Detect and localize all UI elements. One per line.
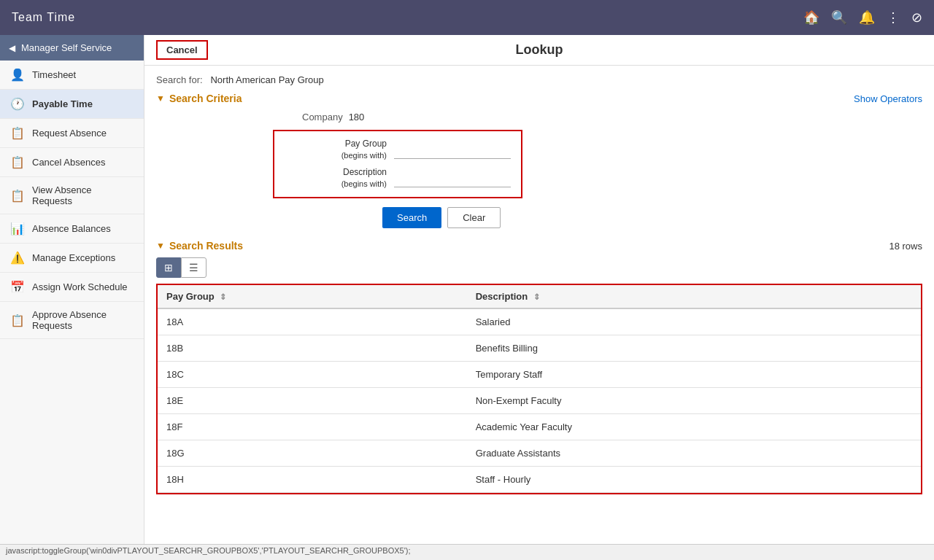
description-input[interactable]: [394, 170, 511, 187]
search-for-value: North American Pay Group: [210, 74, 323, 85]
pay-group-label: Pay Group(begins with): [285, 139, 387, 161]
search-button[interactable]: Search: [382, 207, 441, 228]
sidebar-item-label: View Absence Requests: [32, 184, 134, 206]
results-triangle-icon: ▼: [156, 241, 165, 251]
sidebar-item-cancel-absences[interactable]: 📋 Cancel Absences: [0, 148, 144, 177]
modal-title: Lookup: [516, 42, 563, 58]
sidebar-item-absence-balances[interactable]: 📊 Absence Balances: [0, 214, 144, 244]
description-cell: Graduate Assistants: [467, 440, 921, 467]
table-row[interactable]: 18FAcademic Year Faculty: [158, 414, 921, 440]
timesheet-icon: 👤: [10, 68, 25, 82]
pay-group-cell: 18A: [158, 308, 467, 335]
sidebar-arrow-icon: ◀: [9, 43, 15, 53]
pay-group-cell: 18F: [158, 414, 467, 440]
description-sort-icon: ⇕: [533, 292, 540, 301]
search-for-label: Search for:: [156, 74, 203, 85]
home-icon[interactable]: 🏠: [803, 9, 819, 26]
more-icon[interactable]: ⋮: [887, 9, 900, 26]
pay-group-cell: 18C: [158, 362, 467, 388]
pay-group-cell: 18B: [158, 335, 467, 362]
pay-group-cell: 18E: [158, 388, 467, 414]
results-table-container: Pay Group ⇕ Description ⇕: [156, 284, 922, 494]
grid-view-button[interactable]: ⊞: [156, 257, 181, 278]
search-results-title[interactable]: ▼ Search Results: [156, 240, 243, 252]
payable-time-icon: 🕐: [10, 97, 25, 111]
results-table: Pay Group ⇕ Description ⇕: [158, 285, 921, 493]
top-bar-icons: 🏠 🔍 🔔 ⋮ ⊘: [803, 9, 922, 26]
view-absence-icon: 📋: [10, 189, 25, 203]
sidebar-item-assign-work-schedule[interactable]: 📅 Assign Work Schedule: [0, 273, 144, 302]
request-absence-icon: 📋: [10, 126, 25, 140]
table-row[interactable]: 18ENon-Exempt Faculty: [158, 388, 921, 414]
status-text: javascript:toggleGroup('win0divPTLAYOUT_…: [6, 546, 411, 555]
sidebar-item-manage-exceptions[interactable]: ⚠️ Manage Exceptions: [0, 244, 144, 273]
absence-balances-icon: 📊: [10, 222, 25, 236]
search-criteria-label: Search Criteria: [169, 93, 242, 104]
sidebar-item-payable-time[interactable]: 🕐 Payable Time: [0, 90, 144, 119]
description-cell: Benefits Billing: [467, 335, 921, 362]
description-cell: Salaried: [467, 308, 921, 335]
table-row[interactable]: 18ASalaried: [158, 308, 921, 335]
table-row[interactable]: 18GGraduate Assistants: [158, 440, 921, 467]
search-results-label: Search Results: [169, 240, 243, 252]
sidebar-item-timesheet[interactable]: 👤 Timesheet: [0, 61, 144, 90]
table-row[interactable]: 18CTemporary Staff: [158, 362, 921, 388]
description-col-label: Description: [476, 291, 528, 302]
content-area: Cancel Lookup Search for: North American…: [144, 35, 934, 544]
results-table-header: Pay Group ⇕ Description ⇕: [158, 285, 921, 308]
manage-exceptions-icon: ⚠️: [10, 251, 25, 265]
search-buttons: Search Clear: [382, 207, 922, 228]
pay-group-col-label: Pay Group: [166, 291, 215, 302]
main-layout: ◀ Manager Self Service 👤 Timesheet 🕐 Pay…: [0, 35, 934, 544]
results-section: ▼ Search Results 18 rows ⊞ ☰: [156, 240, 922, 494]
sidebar-item-label: Timesheet: [32, 69, 76, 80]
results-table-body: 18ASalaried18BBenefits Billing18CTempora…: [158, 308, 921, 493]
search-criteria-title[interactable]: ▼ Search Criteria: [156, 93, 242, 104]
search-for-line: Search for: North American Pay Group: [156, 74, 922, 85]
clear-button[interactable]: Clear: [447, 207, 501, 228]
sidebar-item-approve-absence-requests[interactable]: 📋 Approve Absence Requests: [0, 302, 144, 339]
search-criteria-section: ▼ Search Criteria Show Operators Company…: [156, 93, 922, 228]
sidebar-item-label: Cancel Absences: [32, 157, 105, 168]
sidebar-item-view-absence-requests[interactable]: 📋 View Absence Requests: [0, 177, 144, 214]
description-column-header[interactable]: Description ⇕: [467, 285, 921, 308]
search-fields-box: Pay Group(begins with) Description(begin…: [273, 130, 522, 198]
view-toggle: ⊞ ☰: [156, 257, 922, 278]
sidebar-item-label: Absence Balances: [32, 223, 111, 234]
modal-body: Search for: North American Pay Group ▼ S…: [144, 66, 934, 544]
sidebar-header-label: Manager Self Service: [21, 42, 112, 53]
top-bar-title: Team Time: [12, 11, 75, 24]
search-criteria-header: ▼ Search Criteria Show Operators: [156, 93, 922, 104]
sidebar-item-label: Payable Time: [32, 98, 93, 109]
top-bar: Team Time 🏠 🔍 🔔 ⋮ ⊘: [0, 0, 934, 35]
sidebar-item-label: Request Absence: [32, 128, 107, 139]
search-icon[interactable]: 🔍: [831, 9, 847, 26]
sidebar-item-request-absence[interactable]: 📋 Request Absence: [0, 119, 144, 148]
cancel-button[interactable]: Cancel: [156, 40, 208, 60]
sidebar-item-label: Manage Exceptions: [32, 252, 115, 263]
pay-group-field-row: Pay Group(begins with): [285, 139, 511, 161]
list-view-button[interactable]: ☰: [181, 257, 207, 278]
bell-icon[interactable]: 🔔: [859, 9, 875, 26]
description-cell: Non-Exempt Faculty: [467, 388, 921, 414]
table-row[interactable]: 18HStaff - Hourly: [158, 467, 921, 493]
pay-group-input[interactable]: [394, 141, 511, 159]
pay-group-cell: 18H: [158, 467, 467, 493]
sidebar: ◀ Manager Self Service 👤 Timesheet 🕐 Pay…: [0, 35, 144, 544]
sidebar-header[interactable]: ◀ Manager Self Service: [0, 35, 144, 61]
show-operators-link[interactable]: Show Operators: [854, 93, 922, 104]
sidebar-item-label: Assign Work Schedule: [32, 281, 128, 292]
results-header-row: ▼ Search Results 18 rows: [156, 240, 922, 252]
company-row: Company 180: [302, 112, 922, 122]
results-table-inner[interactable]: Pay Group ⇕ Description ⇕: [158, 285, 921, 493]
sidebar-item-label: Approve Absence Requests: [32, 309, 134, 331]
triangle-icon: ▼: [156, 93, 165, 104]
block-icon[interactable]: ⊘: [911, 9, 922, 26]
pay-group-cell: 18G: [158, 440, 467, 467]
description-cell: Academic Year Faculty: [467, 414, 921, 440]
description-cell: Temporary Staff: [467, 362, 921, 388]
table-row[interactable]: 18BBenefits Billing: [158, 335, 921, 362]
status-bar: javascript:toggleGroup('win0divPTLAYOUT_…: [0, 544, 934, 560]
pay-group-column-header[interactable]: Pay Group ⇕: [158, 285, 467, 308]
approve-absence-icon: 📋: [10, 314, 25, 327]
